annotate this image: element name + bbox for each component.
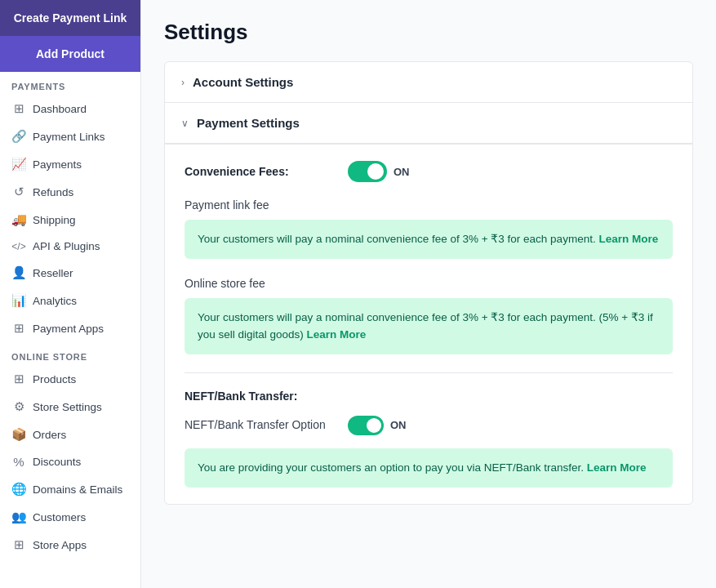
payment-link-fee-section: Payment link fee Your customers will pay… (185, 198, 673, 259)
online-store-fee-info: Your customers will pay a nominal conven… (185, 298, 673, 354)
sidebar-item-dashboard[interactable]: ⊞ Dashboard (0, 95, 140, 122)
analytics-icon: 📊 (11, 293, 26, 308)
add-product-button[interactable]: Add Product (0, 36, 140, 72)
online-store-section-label: ONLINE STORE (0, 342, 140, 365)
payments-icon: 📈 (11, 157, 26, 172)
neft-toggle[interactable] (348, 416, 384, 435)
sidebar-item-store-apps[interactable]: ⊞ Store Apps (0, 531, 140, 559)
sidebar-item-label: Dashboard (33, 103, 87, 115)
neft-info-text: You are providing your customers an opti… (198, 461, 584, 474)
api-icon: </> (11, 241, 26, 252)
sidebar-item-label: Store Apps (33, 539, 87, 551)
sidebar-item-label: Store Settings (33, 401, 102, 413)
sidebar-item-analytics[interactable]: 📊 Analytics (0, 287, 140, 314)
convenience-fees-status: ON (394, 166, 410, 178)
store-settings-icon: ⚙ (11, 399, 26, 414)
toggle-slider (348, 161, 387, 182)
domains-icon: 🌐 (11, 482, 26, 497)
account-settings-accordion[interactable]: › Account Settings (165, 62, 692, 103)
chevron-down-icon: ∨ (181, 118, 189, 129)
sidebar-item-domains-emails[interactable]: 🌐 Domains & Emails (0, 475, 140, 503)
sidebar-item-reseller[interactable]: 👤 Reseller (0, 259, 140, 287)
sidebar-item-label: API & Plugins (33, 240, 100, 252)
convenience-fees-label: Convenience Fees: (185, 165, 331, 178)
sidebar-item-refunds[interactable]: ↺ Refunds (0, 178, 140, 206)
sidebar-item-label: Payment Apps (33, 323, 104, 335)
products-icon: ⊞ (11, 372, 26, 386)
online-store-fee-learn-more[interactable]: Learn More (307, 328, 367, 341)
sidebar-item-payment-links[interactable]: 🔗 Payment Links (0, 122, 140, 150)
sidebar-item-orders[interactable]: 📦 Orders (0, 421, 140, 448)
payment-settings-accordion[interactable]: ∨ Payment Settings (165, 103, 692, 144)
sidebar-item-label: Refunds (33, 186, 73, 198)
convenience-fees-row: Convenience Fees: ON (185, 161, 673, 182)
neft-toggle-wrapper: ON (348, 416, 407, 435)
sidebar-item-label: Discounts (33, 456, 81, 468)
main-content: Settings › Account Settings ∨ Payment Se… (141, 0, 716, 588)
refunds-icon: ↺ (11, 185, 26, 199)
chevron-right-icon: › (181, 77, 185, 88)
online-store-fee-section: Online store fee Your customers will pay… (185, 277, 673, 354)
payment-settings-section: ∨ Payment Settings Convenience Fees: ON (165, 103, 692, 504)
neft-toggle-slider (348, 416, 384, 435)
payment-link-fee-title: Payment link fee (185, 198, 673, 212)
dashboard-icon: ⊞ (11, 101, 26, 116)
sidebar-item-label: Orders (33, 429, 66, 441)
sidebar-item-discounts[interactable]: % Discounts (0, 448, 140, 475)
neft-info: You are providing your customers an opti… (185, 448, 673, 488)
payment-settings-body: Convenience Fees: ON Payment link fee Yo… (165, 144, 692, 504)
sidebar-item-label: Payment Links (33, 131, 105, 143)
neft-option-row: NEFT/Bank Transfer Option ON (185, 416, 673, 435)
sidebar-item-label: Analytics (33, 295, 77, 307)
payment-link-fee-learn-more[interactable]: Learn More (598, 233, 658, 245)
payment-link-fee-text: Your customers will pay a nominal conven… (198, 233, 596, 245)
reseller-icon: 👤 (11, 265, 26, 280)
settings-card: › Account Settings ∨ Payment Settings Co… (164, 61, 693, 505)
payment-settings-title: Payment Settings (197, 116, 300, 130)
neft-option-label: NEFT/Bank Transfer Option (185, 417, 331, 434)
online-store-fee-title: Online store fee (185, 277, 673, 290)
convenience-fees-toggle-wrapper: ON (348, 161, 410, 182)
sidebar-item-label: Domains & Emails (33, 483, 122, 496)
payments-section-label: PAYMENTS (0, 72, 140, 95)
payment-link-fee-info: Your customers will pay a nominal conven… (185, 220, 673, 259)
sidebar-item-payments[interactable]: 📈 Payments (0, 150, 140, 178)
neft-bank-transfer-section: NEFT/Bank Transfer: NEFT/Bank Transfer O… (185, 390, 673, 488)
sidebar-item-api-plugins[interactable]: </> API & Plugins (0, 234, 140, 259)
sidebar-item-label: Customers (33, 511, 86, 523)
orders-icon: 📦 (11, 427, 26, 442)
sidebar-item-customers[interactable]: 👥 Customers (0, 503, 140, 531)
neft-learn-more[interactable]: Learn More (587, 461, 647, 474)
sidebar: Create Payment Link Add Product PAYMENTS… (0, 0, 141, 588)
neft-bank-transfer-label: NEFT/Bank Transfer: (185, 390, 673, 403)
sidebar-item-shipping[interactable]: 🚚 Shipping (0, 206, 140, 234)
page-title: Settings (164, 20, 693, 45)
online-store-fee-text: Your customers will pay a nominal conven… (198, 311, 653, 340)
create-payment-button[interactable]: Create Payment Link (0, 0, 140, 36)
sidebar-item-products[interactable]: ⊞ Products (0, 365, 140, 393)
neft-toggle-status: ON (390, 419, 407, 431)
shipping-icon: 🚚 (11, 212, 26, 227)
sidebar-item-label: Shipping (33, 214, 76, 226)
sidebar-nav: PAYMENTS ⊞ Dashboard 🔗 Payment Links 📈 P… (0, 72, 140, 559)
account-settings-title: Account Settings (193, 75, 293, 89)
sidebar-item-label: Payments (33, 158, 82, 171)
convenience-fees-toggle[interactable] (348, 161, 387, 182)
customers-icon: 👥 (11, 510, 26, 524)
sidebar-item-payment-apps[interactable]: ⊞ Payment Apps (0, 314, 140, 342)
settings-divider (185, 372, 673, 373)
discounts-icon: % (11, 455, 26, 469)
link-icon: 🔗 (11, 129, 26, 144)
store-apps-icon: ⊞ (11, 537, 26, 552)
sidebar-item-label: Reseller (33, 267, 73, 279)
sidebar-item-store-settings[interactable]: ⚙ Store Settings (0, 393, 140, 421)
sidebar-item-label: Products (33, 373, 76, 385)
payment-apps-icon: ⊞ (11, 321, 26, 336)
